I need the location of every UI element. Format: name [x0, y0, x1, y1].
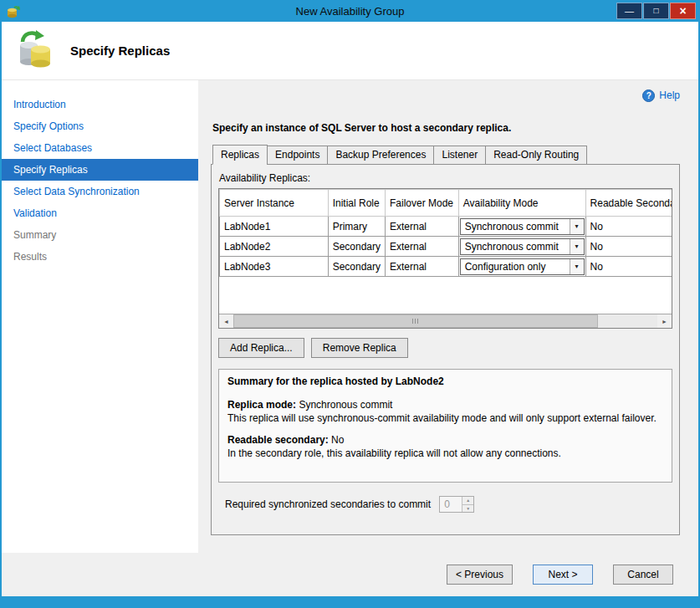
table-header-row: Server Instance Initial Role Failover Mo…	[220, 190, 673, 217]
table-row: LabNode2 Secondary External Synchronous …	[220, 237, 673, 257]
spinner-up-icon: ▲	[462, 497, 473, 504]
cell-readable-secondary[interactable]: No	[585, 217, 672, 237]
sidebar-item-results: Results	[2, 246, 198, 268]
instruction-text: Specify an instance of SQL Server to hos…	[212, 122, 680, 134]
summary-title: Summary for the replica hosted by LabNod…	[227, 376, 663, 389]
help-row: ? Help	[211, 87, 680, 104]
cell-server-instance: LabNode1	[220, 217, 329, 237]
sidebar-item-specify-options[interactable]: Specify Options	[2, 115, 198, 137]
cell-availability-mode: Synchronous commit ▾	[458, 237, 585, 257]
cell-initial-role: Secondary	[328, 257, 385, 277]
cell-server-instance: LabNode2	[220, 237, 329, 257]
help-link[interactable]: Help	[659, 89, 680, 101]
help-icon: ?	[642, 89, 655, 102]
new-availability-group-window: New Availability Group — □ × Specify Rep…	[0, 0, 700, 608]
scroll-right-icon[interactable]: ►	[657, 314, 672, 328]
sidebar-item-summary: Summary	[2, 224, 198, 246]
horizontal-scrollbar[interactable]: ◄ ►	[219, 314, 672, 328]
chevron-down-icon[interactable]: ▾	[570, 259, 584, 274]
wizard-body: Introduction Specify Options Select Data…	[2, 80, 698, 553]
titlebar[interactable]: New Availability Group — □ ×	[2, 0, 698, 22]
replica-summary-box: Summary for the replica hosted by LabNod…	[218, 369, 672, 483]
tab-read-only-routing[interactable]: Read-Only Routing	[485, 146, 587, 165]
wizard-header: Specify Replicas	[2, 22, 698, 80]
availability-mode-dropdown[interactable]: Synchronous commit ▾	[460, 238, 585, 255]
spinner-down-icon: ▼	[462, 504, 473, 513]
cell-server-instance: LabNode3	[220, 257, 329, 277]
chevron-down-icon[interactable]: ▾	[570, 239, 584, 254]
page-title: Specify Replicas	[70, 43, 170, 58]
chevron-down-icon[interactable]: ▾	[570, 219, 584, 234]
previous-button[interactable]: < Previous	[447, 565, 513, 585]
wizard-footer: < Previous Next > Cancel	[2, 553, 698, 596]
sidebar-item-validation[interactable]: Validation	[2, 202, 198, 224]
window-title: New Availability Group	[2, 5, 698, 18]
summary-readable-secondary: Readable secondary: No	[227, 434, 663, 447]
table-row: LabNode1 Primary External Synchronous co…	[220, 217, 673, 237]
column-failover-mode: Failover Mode	[386, 190, 459, 217]
availability-mode-dropdown[interactable]: Configuration only ▾	[460, 258, 585, 275]
cell-failover-mode: External	[386, 237, 459, 257]
next-button[interactable]: Next >	[533, 565, 593, 585]
replicas-table: Server Instance Initial Role Failover Mo…	[219, 189, 672, 277]
cancel-button[interactable]: Cancel	[613, 565, 673, 585]
wizard-steps-sidebar: Introduction Specify Options Select Data…	[2, 80, 198, 553]
scroll-left-icon[interactable]: ◄	[219, 314, 233, 328]
replicas-tab-panel: Availability Replicas: Server Instance I…	[211, 164, 680, 535]
summary-replica-mode: Replica mode: Synchronous commit	[227, 399, 663, 412]
column-server-instance: Server Instance	[220, 190, 329, 217]
summary-readable-secondary-description: In the secondary role, this availability…	[227, 447, 663, 461]
cell-readable-secondary[interactable]: No	[585, 257, 672, 277]
sidebar-item-select-databases[interactable]: Select Databases	[2, 137, 198, 159]
sidebar-item-specify-replicas[interactable]: Specify Replicas	[2, 159, 198, 181]
window-controls: — □ ×	[616, 3, 696, 19]
tab-backup-preferences[interactable]: Backup Preferences	[327, 146, 434, 165]
scrollbar-track[interactable]	[233, 314, 657, 328]
required-secondaries-stepper: 0 ▲ ▼	[439, 496, 474, 513]
remove-replica-button[interactable]: Remove Replica	[311, 338, 408, 358]
scrollbar-thumb[interactable]	[233, 314, 598, 328]
required-secondaries-value: 0	[440, 497, 462, 512]
required-secondaries-label: Required synchronized secondaries to com…	[225, 498, 431, 510]
availability-replicas-label: Availability Replicas:	[219, 172, 672, 184]
availability-group-icon	[15, 29, 55, 73]
column-initial-role: Initial Role	[328, 190, 385, 217]
summary-replica-mode-description: This replica will use synchronous-commit…	[227, 412, 663, 426]
sidebar-item-introduction[interactable]: Introduction	[2, 94, 198, 115]
add-replica-button[interactable]: Add Replica...	[218, 338, 304, 358]
tab-strip: Replicas Endpoints Backup Preferences Li…	[211, 146, 680, 165]
close-button[interactable]: ×	[670, 3, 696, 19]
maximize-button[interactable]: □	[643, 3, 669, 19]
cell-readable-secondary[interactable]: No	[585, 237, 672, 257]
cell-initial-role: Secondary	[328, 237, 385, 257]
cell-availability-mode: Synchronous commit ▾	[458, 217, 585, 237]
replicas-grid: Server Instance Initial Role Failover Mo…	[218, 188, 672, 329]
column-readable-secondary: Readable Secondary	[585, 190, 672, 217]
cell-failover-mode: External	[386, 257, 459, 277]
replica-buttons-row: Add Replica... Remove Replica	[218, 338, 672, 358]
column-availability-mode: Availability Mode	[458, 190, 585, 217]
availability-mode-dropdown[interactable]: Synchronous commit ▾	[460, 218, 585, 235]
cell-availability-mode: Configuration only ▾	[458, 257, 585, 277]
sidebar-item-select-data-synchronization[interactable]: Select Data Synchronization	[2, 181, 198, 202]
minimize-button[interactable]: —	[616, 3, 642, 19]
tab-listener[interactable]: Listener	[433, 146, 486, 165]
cell-initial-role: Primary	[328, 217, 385, 237]
app-icon	[6, 4, 20, 18]
tab-endpoints[interactable]: Endpoints	[267, 146, 328, 165]
wizard-content: ? Help Specify an instance of SQL Server…	[198, 80, 698, 553]
cell-failover-mode: External	[386, 217, 459, 237]
table-row: LabNode3 Secondary External Configuratio…	[220, 257, 673, 277]
tab-replicas[interactable]: Replicas	[212, 145, 268, 165]
required-secondaries-row: Required synchronized secondaries to com…	[225, 496, 672, 513]
